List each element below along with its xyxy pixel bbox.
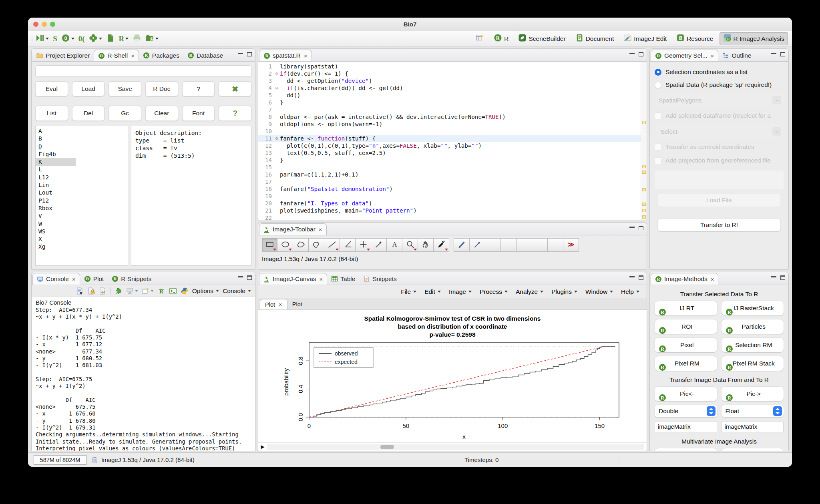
r-objects-list[interactable]: ABDFig4bKLL12LinLoutP12RboxVWWSXXg (35, 126, 128, 266)
list-item[interactable]: L (36, 166, 128, 173)
list-item[interactable]: X (36, 235, 128, 243)
maximize-icon[interactable] (780, 52, 785, 56)
datatype-select-double[interactable]: Double (655, 405, 717, 417)
open-folder-button[interactable] (144, 33, 160, 45)
help-button[interactable]: ? (219, 106, 251, 121)
color-picker-tool[interactable] (434, 238, 449, 252)
dropdown-arrow-icon[interactable] (71, 38, 74, 40)
tab-r-shell[interactable]: RR-Shell× (94, 50, 139, 61)
terminal-icon[interactable] (169, 287, 177, 295)
overview-ruler[interactable] (641, 62, 647, 220)
close-icon[interactable]: × (131, 52, 135, 59)
r-button[interactable]: R (118, 34, 130, 44)
pixel-rm-stack-button[interactable]: RPixel RM Stack (722, 356, 784, 371)
zero-circle-button[interactable]: 0 (60, 33, 76, 45)
stop-s-button[interactable]: S (52, 34, 58, 44)
word-wrap-icon[interactable] (99, 287, 107, 295)
tab-snippets[interactable]: Snippets (359, 273, 400, 285)
save-button[interactable]: Save (109, 81, 141, 96)
clear-console-icon[interactable] (76, 287, 84, 295)
menu-window[interactable]: Window (585, 288, 613, 295)
projection-checkbox[interactable]: Add projection from georeferenced file (655, 157, 784, 164)
checkbox-icon[interactable] (655, 144, 661, 151)
pca-button[interactable]: PCA (722, 448, 784, 451)
spatial-type-select[interactable]: SpatialPolygons⌄ (655, 94, 784, 106)
tab-spatstat-r[interactable]: Rspatstat.R× (259, 50, 312, 61)
minimize-icon[interactable] (629, 226, 635, 228)
dataframe-select[interactable]: -Select-⌄ (655, 125, 784, 137)
minimize-icon[interactable] (629, 275, 635, 277)
tab-outline[interactable]: Outline (718, 50, 755, 61)
checkbox-icon[interactable] (655, 157, 661, 164)
image-matrix-input-left[interactable]: imageMatrix (655, 421, 717, 432)
scroll-lock-icon[interactable] (87, 287, 95, 295)
close-icon[interactable]: × (72, 276, 76, 283)
ij-rasterstack-button[interactable]: RIJ RasterStack (722, 301, 784, 315)
perspective-r[interactable]: RR (490, 32, 512, 45)
minimize-icon[interactable] (238, 275, 243, 277)
radio-spatial-data[interactable]: Spatial Data (R package 'sp' required!) (655, 81, 784, 88)
scroll-track[interactable] (267, 444, 644, 450)
list-item[interactable]: Lout (36, 189, 128, 197)
centroid-checkbox[interactable]: Transfer as centroid coordinates (655, 143, 784, 151)
menu-process[interactable]: Process (480, 288, 508, 295)
minimize-icon[interactable] (771, 275, 776, 277)
list-item[interactable]: W (36, 220, 128, 228)
pin-console-icon[interactable] (115, 287, 123, 295)
python-icon[interactable] (181, 287, 189, 295)
empty-slot[interactable] (532, 238, 548, 252)
list-item[interactable]: B (36, 135, 128, 143)
console-output[interactable]: Bio7 Console Step: AIC=677.34 ~x + y + I… (32, 297, 255, 451)
radio-on-icon[interactable] (655, 69, 661, 76)
minimize-icon[interactable] (238, 52, 243, 54)
oval-tool[interactable] (277, 238, 293, 252)
transfer-to-r-button[interactable]: Transfer to R! (658, 219, 780, 231)
list-item[interactable]: WS (36, 228, 128, 235)
image-matrix-input-right[interactable]: imageMatrix (722, 421, 784, 432)
display-console-icon[interactable] (126, 287, 138, 295)
cluster-pic-button[interactable]: Cluster Pic (655, 448, 717, 451)
menu-edit[interactable]: Edit (424, 288, 441, 295)
tab-imagej-toolbar[interactable]: ImageJ-Toolbar× (259, 223, 327, 235)
tab-image-methods[interactable]: RImage-Methods× (651, 273, 718, 285)
new-file-button[interactable] (105, 33, 116, 45)
tab-r-snippets[interactable]: RR Snippets (108, 273, 155, 285)
fold-icon[interactable]: ⊖ (273, 135, 280, 142)
dropdown-arrow-icon[interactable] (125, 38, 129, 40)
list-item[interactable]: Lin (36, 181, 128, 189)
r-console-icon[interactable]: R (157, 287, 165, 295)
list-item[interactable]: V (36, 212, 128, 220)
console-menu[interactable]: Console (223, 287, 251, 295)
interrupt-button[interactable]: ✖ (219, 81, 251, 96)
list-item[interactable]: Fig4b (36, 151, 128, 158)
maximize-icon[interactable] (780, 275, 785, 280)
-button[interactable]: ? (182, 81, 215, 96)
flower-button[interactable] (88, 33, 103, 45)
list-button[interactable]: List (35, 106, 68, 121)
wand-tool[interactable] (371, 238, 387, 252)
maximize-icon[interactable] (639, 275, 643, 280)
zoom-tool[interactable] (402, 238, 418, 252)
fold-icon[interactable]: ⊖ (273, 84, 280, 92)
step-button[interactable]: 0( (77, 34, 86, 44)
list-item[interactable]: L12 (36, 174, 128, 181)
tab-geometry-sel[interactable]: RGeometry Sel...× (651, 50, 718, 61)
perspective-imagej-edit[interactable]: ImageJ Edit (620, 32, 670, 45)
add-dataframe-checkbox[interactable]: Add selected dataframe (reselect for a (655, 112, 784, 119)
perspective-scenebuilder[interactable]: SceneBuilder (515, 32, 569, 45)
perspective-resource[interactable]: Resource (673, 32, 717, 45)
more-tools[interactable]: ≫ (563, 238, 579, 252)
close-icon[interactable]: × (711, 276, 714, 283)
tab-database[interactable]: RDatabase (183, 50, 227, 61)
options-menu[interactable]: Options (192, 287, 219, 295)
open-perspective-button[interactable] (472, 32, 488, 45)
ij-rt-button[interactable]: RIJ RT (655, 301, 717, 315)
tab-packages[interactable]: RPackages (139, 50, 183, 61)
fold-icon[interactable]: ⊖ (273, 70, 280, 77)
dropdown-arrow-icon[interactable] (99, 38, 102, 40)
arrow-tool[interactable] (470, 238, 485, 252)
maximize-icon[interactable] (247, 52, 252, 56)
run-pause-button[interactable] (34, 33, 50, 45)
pixel-rm-button[interactable]: RPixel RM (655, 356, 717, 371)
plot-tab-2[interactable]: Plot (287, 299, 307, 309)
